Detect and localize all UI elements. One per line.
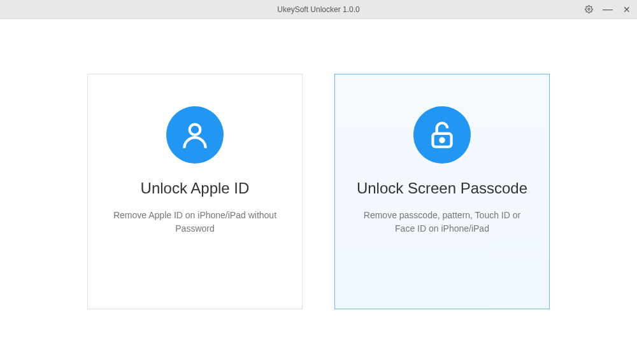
settings-icon[interactable] <box>583 4 594 15</box>
close-icon[interactable]: ✕ <box>622 4 632 15</box>
main-content: Unlock Apple ID Remove Apple ID on iPhon… <box>0 19 637 364</box>
window-controls: — ✕ <box>583 4 632 15</box>
svg-point-1 <box>190 124 201 135</box>
unlock-screen-passcode-card[interactable]: Unlock Screen Passcode Remove passcode, … <box>334 74 550 309</box>
card-description: Remove Apple ID on iPhone/iPad without P… <box>101 209 289 235</box>
card-title: Unlock Screen Passcode <box>357 179 527 197</box>
person-icon <box>166 106 224 164</box>
card-description: Remove passcode, pattern, Touch ID or Fa… <box>348 209 536 235</box>
minimize-icon[interactable]: — <box>603 4 613 15</box>
window-title: UkeySoft Unlocker 1.0.0 <box>277 5 359 14</box>
svg-point-3 <box>440 139 443 142</box>
svg-point-0 <box>587 8 589 10</box>
unlock-apple-id-card[interactable]: Unlock Apple ID Remove Apple ID on iPhon… <box>87 74 303 309</box>
unlock-icon <box>413 106 471 164</box>
titlebar: UkeySoft Unlocker 1.0.0 — ✕ <box>0 0 637 19</box>
card-title: Unlock Apple ID <box>141 179 250 197</box>
